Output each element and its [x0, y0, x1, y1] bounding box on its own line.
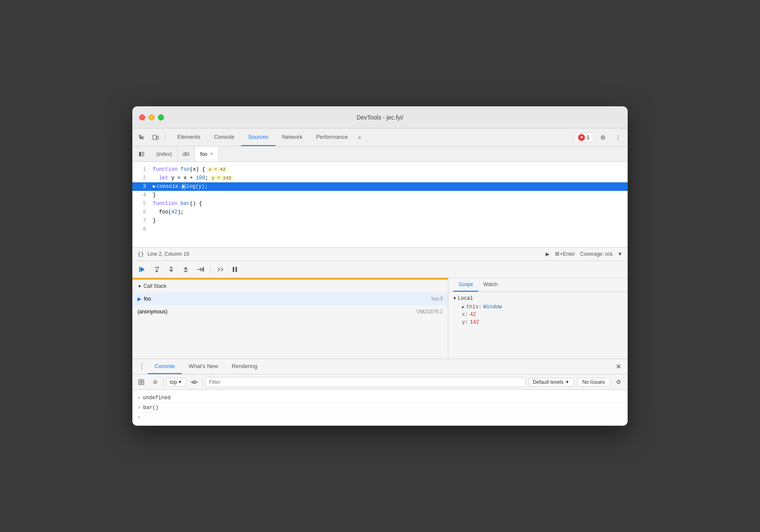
console-clear-icon[interactable] [136, 377, 147, 388]
error-badge[interactable]: ✕ 1 [574, 133, 593, 142]
file-tab-dbl[interactable]: dbl [178, 146, 195, 161]
scope-panel: Scope Watch ▼ Local ▶ this: Window [448, 278, 628, 359]
line-num-7: 7 [132, 216, 149, 225]
file-tab-foo-close-icon[interactable]: ✕ [210, 152, 213, 156]
console-prompt-icon: › [137, 415, 140, 421]
code-line-3: ▶console.▶log(y); [149, 182, 628, 191]
devtools-body: Elements Console Sources Network Perform… [132, 129, 628, 426]
svg-rect-1 [157, 136, 158, 139]
console-sep-1 [163, 378, 164, 386]
tab-elements[interactable]: Elements [170, 129, 207, 146]
console-tab-whats-new[interactable]: What's New [182, 359, 225, 374]
stack-item-anonymous[interactable]: (anonymous) VM20376:1 [132, 305, 448, 318]
svg-rect-5 [141, 155, 144, 156]
call-stack-panel: ▼ Call Stack ▶ foo foo:3 (anonymous) VM2… [132, 278, 448, 359]
more-tabs-button[interactable]: » [355, 134, 365, 140]
console-block-icon[interactable]: ⊘ [149, 377, 161, 388]
tab-console[interactable]: Console [207, 129, 241, 146]
titlebar: DevTools - jec.fyi/ [132, 106, 628, 129]
step-out-icon[interactable] [179, 263, 192, 275]
default-levels-label: Default levels [533, 379, 564, 385]
stack-item-anon-left: (anonymous) [137, 309, 167, 315]
tab-bar: Elements Console Sources Network Perform… [170, 129, 574, 146]
file-tab-foo[interactable]: foo ✕ [195, 146, 219, 161]
svg-rect-7 [139, 267, 140, 272]
console-settings-icon[interactable]: ⚙ [613, 377, 624, 388]
file-tab-dbl-label: dbl [183, 151, 190, 157]
context-selector[interactable]: top ▼ [166, 378, 186, 386]
tab-performance[interactable]: Performance [309, 129, 354, 146]
tab-network[interactable]: Network [275, 129, 310, 146]
line-num-5: 5 [132, 199, 149, 208]
coverage-label: Coverage: n/a [580, 251, 612, 257]
console-tab-console[interactable]: Console [148, 359, 182, 374]
scope-local-header[interactable]: ▼ Local [453, 295, 623, 301]
scope-y-item: y: 142 [453, 319, 623, 326]
toolbar-icons [136, 132, 167, 143]
svg-line-10 [221, 268, 223, 269]
context-arrow-icon: ▼ [178, 380, 182, 384]
scope-content: ▼ Local ▶ this: Window x: 42 [448, 292, 628, 331]
eye-icon[interactable] [189, 377, 200, 388]
tab-scope[interactable]: Scope [453, 278, 478, 292]
scope-local-group: ▼ Local ▶ this: Window x: 42 [453, 295, 623, 326]
status-bar: {} Line 2, Column 16 ▶ ⌘+Enter Coverage:… [132, 247, 628, 261]
stack-item-foo-file: foo:3 [431, 296, 443, 302]
file-tab-foo-label: foo [200, 151, 208, 157]
console-area: ⋮ Console What's New Rendering ✕ ⊘ [132, 359, 628, 426]
svg-line-8 [218, 268, 220, 269]
close-button[interactable] [139, 114, 145, 120]
scope-this-item[interactable]: ▶ this: Window [453, 303, 623, 311]
settings-icon[interactable]: ⚙ [597, 132, 609, 143]
minimize-button[interactable] [149, 114, 155, 120]
toolbar-right: ✕ 1 ⚙ ⋮ [574, 132, 624, 143]
stack-item-anon-name: (anonymous) [137, 309, 167, 315]
console-result-icon: « [137, 395, 140, 400]
console-prompt: › [132, 413, 628, 422]
default-levels-button[interactable]: Default levels ▼ [528, 378, 574, 386]
sidebar-toggle-icon[interactable] [136, 148, 148, 160]
stack-item-foo[interactable]: ▶ foo foo:3 [132, 292, 448, 305]
code-content[interactable]: function foo(x) {x = 42 let y = x + 100;… [149, 162, 628, 247]
svg-point-18 [193, 381, 195, 383]
console-bar-text: bar() [143, 405, 158, 411]
scope-y-value: 142 [470, 319, 479, 325]
stack-item-foo-left: ▶ foo [137, 296, 151, 302]
window-title: DevTools - jec.fyi/ [357, 114, 403, 121]
default-levels-arrow-icon: ▼ [565, 380, 570, 384]
format-icon[interactable]: {} [137, 251, 144, 257]
console-line-bar[interactable]: › bar() [132, 403, 628, 413]
tab-watch[interactable]: Watch [478, 278, 503, 292]
stack-item-anon-file: VM20376:1 [417, 309, 443, 315]
step-over-icon[interactable] [150, 263, 163, 275]
tab-sources[interactable]: Sources [241, 129, 275, 146]
coverage-dropdown-icon[interactable]: ▼ [617, 251, 623, 257]
console-tab-rendering[interactable]: Rendering [225, 359, 264, 374]
deactivate-breakpoints-icon[interactable] [214, 263, 227, 275]
maximize-button[interactable] [158, 114, 164, 120]
resume-button[interactable] [136, 263, 149, 275]
line-numbers: 1 2 3 4 5 6 7 8 [132, 162, 149, 247]
inspect-element-icon[interactable] [136, 132, 148, 143]
more-options-icon[interactable]: ⋮ [612, 132, 624, 143]
devtools-window: DevTools - jec.fyi/ [132, 106, 628, 426]
step-into-icon[interactable] [165, 263, 178, 275]
context-label: top [170, 379, 177, 385]
svg-rect-13 [236, 267, 237, 272]
call-stack-title: Call Stack [143, 283, 167, 289]
filter-input[interactable] [205, 377, 526, 387]
call-stack-triangle: ▼ [137, 284, 142, 289]
pause-exceptions-icon[interactable] [228, 263, 241, 275]
console-menu-icon[interactable]: ⋮ [136, 361, 148, 373]
step-icon[interactable] [194, 263, 207, 275]
stack-arrow-icon: ▶ [137, 296, 141, 302]
svg-rect-15 [142, 380, 144, 382]
code-line-1: function foo(x) {x = 42 [149, 165, 628, 174]
scope-x-item: x: 42 [453, 311, 623, 319]
no-issues-button[interactable]: No Issues [577, 378, 611, 386]
console-close-icon[interactable]: ✕ [612, 361, 624, 373]
line-num-1: 1 [132, 165, 149, 174]
scope-this-value: Window [483, 304, 502, 310]
file-tab-index[interactable]: (index) [151, 146, 178, 161]
device-toolbar-icon[interactable] [149, 132, 161, 143]
